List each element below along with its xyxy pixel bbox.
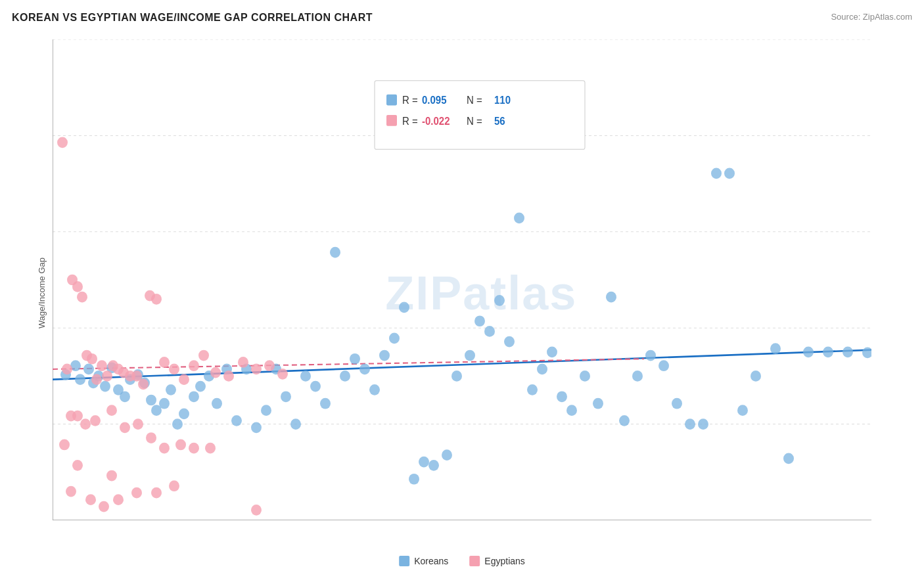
- svg-point-20: [75, 374, 85, 385]
- svg-point-143: [99, 501, 109, 512]
- svg-point-85: [698, 418, 708, 430]
- svg-point-38: [195, 381, 206, 392]
- svg-point-34: [166, 384, 176, 395]
- svg-point-78: [606, 292, 616, 303]
- svg-point-142: [85, 494, 96, 505]
- svg-point-51: [320, 398, 331, 409]
- svg-rect-149: [386, 95, 397, 106]
- scatter-plot: 15.0% 30.0% 45.0% 60.0% 0.0% 100.0%: [53, 39, 871, 520]
- svg-point-131: [120, 422, 130, 433]
- svg-point-122: [251, 364, 262, 375]
- svg-point-71: [527, 384, 538, 395]
- svg-point-104: [97, 360, 107, 371]
- svg-point-60: [409, 474, 419, 485]
- svg-point-75: [566, 405, 577, 416]
- svg-point-97: [62, 364, 72, 375]
- svg-point-67: [484, 326, 495, 337]
- svg-point-135: [175, 440, 186, 451]
- svg-point-117: [189, 360, 199, 371]
- svg-text:N =: N =: [467, 115, 482, 126]
- svg-point-124: [277, 369, 288, 380]
- svg-point-139: [72, 460, 83, 471]
- svg-point-66: [474, 315, 485, 327]
- svg-point-111: [138, 379, 149, 390]
- svg-point-99: [72, 281, 83, 292]
- svg-point-59: [399, 302, 409, 313]
- svg-point-56: [369, 384, 380, 395]
- svg-point-65: [465, 350, 475, 361]
- svg-point-47: [281, 391, 291, 402]
- svg-point-62: [428, 460, 439, 471]
- svg-point-63: [442, 449, 452, 461]
- svg-point-87: [724, 168, 735, 179]
- svg-point-140: [106, 470, 117, 482]
- svg-point-88: [737, 405, 748, 416]
- svg-point-138: [251, 505, 262, 516]
- svg-point-52: [330, 247, 340, 258]
- svg-point-77: [593, 398, 603, 409]
- svg-point-95: [862, 347, 871, 358]
- svg-point-91: [783, 453, 794, 464]
- svg-point-132: [133, 418, 143, 430]
- svg-point-68: [494, 295, 505, 306]
- svg-point-81: [645, 350, 656, 361]
- svg-point-72: [537, 364, 547, 375]
- svg-point-21: [83, 364, 94, 375]
- svg-point-137: [205, 443, 216, 454]
- svg-point-92: [803, 346, 814, 357]
- chart-area: 15.0% 30.0% 45.0% 60.0% 0.0% 100.0%: [53, 39, 871, 520]
- svg-text:-0.022: -0.022: [422, 115, 450, 126]
- svg-point-53: [340, 371, 350, 382]
- svg-point-133: [146, 432, 156, 443]
- svg-point-57: [379, 350, 390, 361]
- egyptian-legend-box: [469, 556, 480, 566]
- svg-point-37: [189, 391, 199, 402]
- svg-point-116: [179, 374, 189, 385]
- svg-point-100: [77, 292, 87, 303]
- svg-point-96: [57, 137, 68, 148]
- svg-text:110: 110: [494, 95, 511, 106]
- svg-point-118: [198, 350, 209, 361]
- svg-text:R =: R =: [402, 95, 418, 106]
- egyptian-legend-label: Egyptians: [484, 556, 524, 566]
- svg-point-94: [843, 346, 853, 357]
- svg-point-129: [90, 415, 101, 426]
- svg-point-76: [580, 371, 590, 382]
- svg-point-73: [547, 346, 557, 357]
- svg-point-24: [100, 381, 110, 392]
- svg-point-141: [66, 486, 76, 497]
- svg-point-127: [72, 411, 83, 422]
- svg-point-86: [711, 168, 722, 179]
- svg-point-58: [389, 333, 400, 344]
- svg-point-31: [146, 395, 156, 406]
- svg-point-44: [251, 422, 262, 433]
- svg-point-128: [80, 418, 91, 430]
- svg-rect-154: [386, 115, 397, 126]
- svg-text:R =: R =: [402, 115, 418, 126]
- korean-legend-label: Koreans: [414, 556, 448, 566]
- svg-point-64: [451, 371, 462, 382]
- svg-point-55: [359, 364, 370, 375]
- y-axis-label: Wage/Income Gap: [37, 258, 47, 328]
- svg-point-84: [685, 418, 695, 430]
- svg-point-49: [300, 371, 311, 382]
- svg-point-102: [87, 353, 97, 365]
- svg-text:56: 56: [494, 115, 505, 126]
- svg-point-35: [172, 418, 183, 430]
- svg-point-145: [131, 487, 142, 499]
- svg-point-144: [113, 494, 124, 505]
- svg-point-83: [672, 398, 682, 409]
- svg-point-119: [210, 367, 221, 378]
- svg-point-27: [120, 391, 130, 402]
- svg-point-90: [770, 343, 781, 354]
- svg-point-70: [514, 213, 524, 224]
- svg-point-33: [159, 398, 170, 409]
- legend-item-egyptians: Egyptians: [469, 556, 524, 566]
- svg-point-121: [238, 357, 248, 368]
- svg-point-40: [212, 398, 222, 409]
- svg-point-136: [189, 443, 199, 454]
- svg-point-105: [102, 371, 112, 382]
- svg-line-17: [53, 359, 644, 369]
- svg-point-82: [658, 360, 669, 371]
- svg-text:N =: N =: [467, 95, 482, 106]
